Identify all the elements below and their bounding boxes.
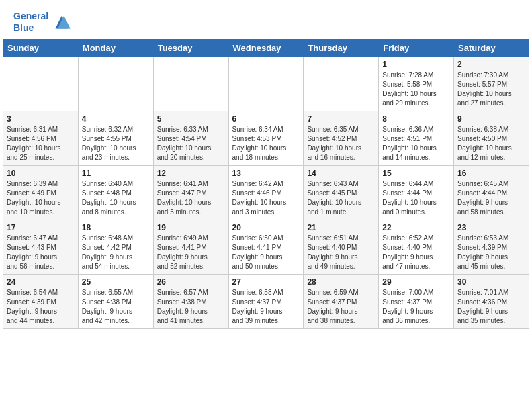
day-number: 6 — [232, 114, 300, 124]
day-info: Sunrise: 6:50 AM Sunset: 4:41 PM Dayligh… — [232, 234, 300, 271]
header-row: SundayMondayTuesdayWednesdayThursdayFrid… — [3, 39, 529, 56]
day-number: 2 — [457, 60, 525, 69]
day-info: Sunrise: 6:42 AM Sunset: 4:46 PM Dayligh… — [232, 179, 300, 217]
calendar-cell: 29Sunrise: 7:00 AM Sunset: 4:37 PM Dayli… — [379, 274, 454, 328]
day-info: Sunrise: 6:57 AM Sunset: 4:38 PM Dayligh… — [157, 288, 225, 326]
calendar-cell: 15Sunrise: 6:44 AM Sunset: 4:44 PM Dayli… — [379, 165, 454, 220]
day-number: 21 — [307, 223, 375, 232]
day-info: Sunrise: 6:44 AM Sunset: 4:44 PM Dayligh… — [382, 179, 450, 217]
calendar-cell: 30Sunrise: 7:01 AM Sunset: 4:36 PM Dayli… — [454, 274, 529, 328]
calendar-cell — [78, 56, 153, 111]
calendar-cell: 14Sunrise: 6:43 AM Sunset: 4:45 PM Dayli… — [304, 165, 379, 220]
day-number: 20 — [232, 223, 300, 232]
day-number: 12 — [157, 169, 225, 178]
day-number: 8 — [382, 114, 450, 124]
calendar-cell: 22Sunrise: 6:52 AM Sunset: 4:40 PM Dayli… — [379, 220, 454, 274]
calendar-wrapper: SundayMondayTuesdayWednesdayThursdayFrid… — [0, 39, 532, 332]
logo-text: General — [13, 11, 48, 22]
week-row-4: 17Sunrise: 6:47 AM Sunset: 4:43 PM Dayli… — [3, 220, 529, 274]
day-number: 24 — [7, 277, 75, 287]
header-day-thursday: Thursday — [304, 39, 379, 56]
day-info: Sunrise: 6:53 AM Sunset: 4:39 PM Dayligh… — [457, 234, 525, 271]
day-number: 28 — [307, 277, 375, 287]
day-info: Sunrise: 6:38 AM Sunset: 4:50 PM Dayligh… — [457, 125, 525, 163]
calendar-cell — [304, 56, 379, 111]
calendar-cell: 1Sunrise: 7:28 AM Sunset: 5:58 PM Daylig… — [379, 56, 454, 111]
day-info: Sunrise: 6:47 AM Sunset: 4:43 PM Dayligh… — [7, 234, 75, 271]
day-info: Sunrise: 6:40 AM Sunset: 4:48 PM Dayligh… — [82, 179, 150, 217]
day-info: Sunrise: 6:31 AM Sunset: 4:56 PM Dayligh… — [7, 125, 75, 163]
day-number: 27 — [232, 277, 300, 287]
day-number: 14 — [307, 169, 375, 178]
calendar-body: 1Sunrise: 7:28 AM Sunset: 5:58 PM Daylig… — [3, 56, 529, 328]
day-number: 13 — [232, 169, 300, 178]
day-info: Sunrise: 6:35 AM Sunset: 4:52 PM Dayligh… — [307, 125, 375, 163]
day-number: 29 — [382, 277, 450, 287]
day-info: Sunrise: 6:59 AM Sunset: 4:37 PM Dayligh… — [307, 288, 375, 326]
calendar-cell: 13Sunrise: 6:42 AM Sunset: 4:46 PM Dayli… — [228, 165, 304, 220]
day-number: 9 — [457, 114, 525, 124]
day-number: 30 — [457, 277, 525, 287]
day-info: Sunrise: 7:28 AM Sunset: 5:58 PM Dayligh… — [382, 71, 450, 108]
day-number: 25 — [82, 277, 150, 287]
header-day-friday: Friday — [379, 39, 454, 56]
week-row-3: 10Sunrise: 6:39 AM Sunset: 4:49 PM Dayli… — [3, 165, 529, 220]
calendar-cell — [228, 56, 304, 111]
day-info: Sunrise: 6:32 AM Sunset: 4:55 PM Dayligh… — [82, 125, 150, 163]
week-row-2: 3Sunrise: 6:31 AM Sunset: 4:56 PM Daylig… — [3, 111, 529, 165]
day-info: Sunrise: 6:52 AM Sunset: 4:40 PM Dayligh… — [382, 234, 450, 271]
day-number: 23 — [457, 223, 525, 232]
day-number: 3 — [7, 114, 75, 124]
calendar-cell: 28Sunrise: 6:59 AM Sunset: 4:37 PM Dayli… — [304, 274, 379, 328]
day-number: 22 — [382, 223, 450, 232]
day-number: 26 — [157, 277, 225, 287]
header-day-monday: Monday — [78, 39, 153, 56]
logo-blue-text: Blue — [13, 22, 34, 33]
day-number: 17 — [7, 223, 75, 232]
calendar-cell — [3, 56, 79, 111]
day-number: 1 — [382, 60, 450, 69]
day-info: Sunrise: 6:41 AM Sunset: 4:47 PM Dayligh… — [157, 179, 225, 217]
calendar-table: SundayMondayTuesdayWednesdayThursdayFrid… — [3, 39, 529, 329]
day-number: 15 — [382, 169, 450, 178]
day-info: Sunrise: 6:48 AM Sunset: 4:42 PM Dayligh… — [82, 234, 150, 271]
day-info: Sunrise: 7:00 AM Sunset: 4:37 PM Dayligh… — [382, 288, 450, 326]
day-number: 7 — [307, 114, 375, 124]
logo-icon — [51, 11, 73, 33]
day-info: Sunrise: 6:43 AM Sunset: 4:45 PM Dayligh… — [307, 179, 375, 217]
day-number: 4 — [82, 114, 150, 124]
day-info: Sunrise: 6:51 AM Sunset: 4:40 PM Dayligh… — [307, 234, 375, 271]
week-row-5: 24Sunrise: 6:54 AM Sunset: 4:39 PM Dayli… — [3, 274, 529, 328]
calendar-cell: 23Sunrise: 6:53 AM Sunset: 4:39 PM Dayli… — [454, 220, 529, 274]
day-info: Sunrise: 6:49 AM Sunset: 4:41 PM Dayligh… — [157, 234, 225, 271]
calendar-cell: 17Sunrise: 6:47 AM Sunset: 4:43 PM Dayli… — [3, 220, 79, 274]
calendar-cell: 21Sunrise: 6:51 AM Sunset: 4:40 PM Dayli… — [304, 220, 379, 274]
calendar-cell: 6Sunrise: 6:34 AM Sunset: 4:53 PM Daylig… — [228, 111, 304, 165]
calendar-cell: 4Sunrise: 6:32 AM Sunset: 4:55 PM Daylig… — [78, 111, 153, 165]
day-number: 5 — [157, 114, 225, 124]
day-number: 16 — [457, 169, 525, 178]
calendar-cell: 2Sunrise: 7:30 AM Sunset: 5:57 PM Daylig… — [454, 56, 529, 111]
day-info: Sunrise: 6:54 AM Sunset: 4:39 PM Dayligh… — [7, 288, 75, 326]
calendar-cell: 10Sunrise: 6:39 AM Sunset: 4:49 PM Dayli… — [3, 165, 79, 220]
calendar-cell: 26Sunrise: 6:57 AM Sunset: 4:38 PM Dayli… — [153, 274, 228, 328]
header-day-sunday: Sunday — [3, 39, 79, 56]
calendar-cell: 9Sunrise: 6:38 AM Sunset: 4:50 PM Daylig… — [454, 111, 529, 165]
day-info: Sunrise: 6:33 AM Sunset: 4:54 PM Dayligh… — [157, 125, 225, 163]
day-info: Sunrise: 6:36 AM Sunset: 4:51 PM Dayligh… — [382, 125, 450, 163]
logo-general: General — [13, 11, 48, 21]
calendar-cell: 16Sunrise: 6:45 AM Sunset: 4:44 PM Dayli… — [454, 165, 529, 220]
calendar-header: SundayMondayTuesdayWednesdayThursdayFrid… — [3, 39, 529, 56]
calendar-cell: 25Sunrise: 6:55 AM Sunset: 4:38 PM Dayli… — [78, 274, 153, 328]
calendar-cell: 27Sunrise: 6:58 AM Sunset: 4:37 PM Dayli… — [228, 274, 304, 328]
header-day-tuesday: Tuesday — [153, 39, 228, 56]
page-header: General Blue — [0, 0, 532, 39]
calendar-cell: 18Sunrise: 6:48 AM Sunset: 4:42 PM Dayli… — [78, 220, 153, 274]
day-number: 18 — [82, 223, 150, 232]
day-info: Sunrise: 6:45 AM Sunset: 4:44 PM Dayligh… — [457, 179, 525, 217]
calendar-cell: 8Sunrise: 6:36 AM Sunset: 4:51 PM Daylig… — [379, 111, 454, 165]
day-number: 10 — [7, 169, 75, 178]
calendar-cell: 20Sunrise: 6:50 AM Sunset: 4:41 PM Dayli… — [228, 220, 304, 274]
week-row-1: 1Sunrise: 7:28 AM Sunset: 5:58 PM Daylig… — [3, 56, 529, 111]
calendar-cell: 24Sunrise: 6:54 AM Sunset: 4:39 PM Dayli… — [3, 274, 79, 328]
